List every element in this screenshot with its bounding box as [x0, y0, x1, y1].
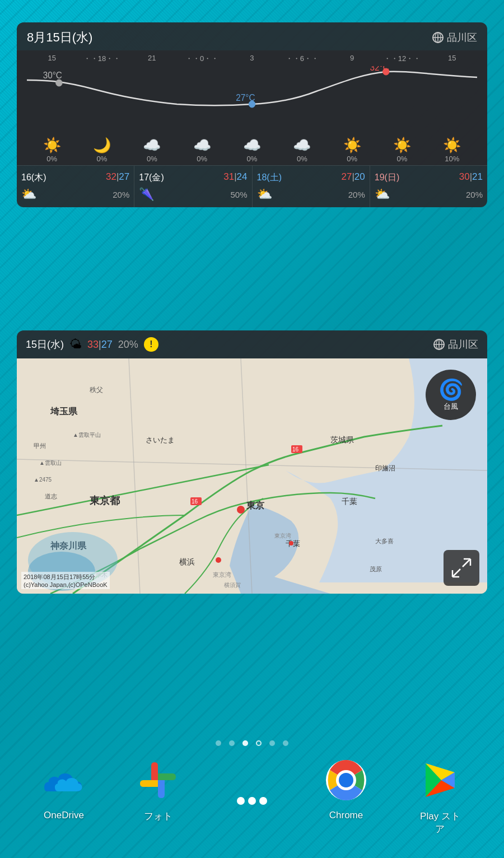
map-expand-button[interactable] — [444, 550, 479, 586]
widget1-location: 品川区 — [432, 31, 477, 44]
hour-7: ・・12・・ — [377, 54, 427, 64]
svg-text:埼玉県: 埼玉県 — [50, 407, 78, 416]
svg-text:秩父: 秩父 — [90, 386, 103, 394]
dot-2 — [248, 797, 256, 805]
day-thu-temps: 32|27 — [106, 171, 129, 183]
hour-8: 15 — [427, 54, 477, 64]
svg-text:東京: 東京 — [246, 500, 265, 510]
map-container[interactable]: 埼玉県 東京都 神奈川県 茨城県 千葉 印旛沼 東京 横浜 さいたま 千葉 秩父… — [17, 358, 487, 594]
widget2-location-text: 品川区 — [448, 338, 478, 351]
svg-text:東京湾: 東京湾 — [213, 571, 231, 578]
map-timestamp: 2018年08月15日17時55分 (c)Yahoo Japan,(c)OPeN… — [21, 572, 110, 589]
dots-row-1 — [237, 797, 267, 805]
onedrive-icon — [39, 755, 89, 805]
svg-text:横須賀: 横須賀 — [224, 582, 241, 588]
rain-7: 0% — [397, 155, 408, 163]
svg-text:▲2475: ▲2475 — [34, 477, 52, 483]
typhoon-badge: 🌀 台風 — [426, 370, 476, 420]
day-sun-icon: ⛅ — [375, 187, 390, 202]
weather-icon-4: ☁️ — [243, 138, 261, 152]
day-thu-icon-rain: ⛅ 20% — [21, 187, 129, 202]
multiday-forecast: 16(木) 32|27 ⛅ 20% 17(金) 31|24 🌂 50% — [17, 165, 487, 207]
widget1-date: 8月15日(水) — [27, 29, 92, 46]
weather-icon-3: ☁️ — [193, 138, 211, 152]
forecast-sat: 18(土) 27|20 ⛅ 20% — [253, 166, 370, 207]
day-fri-temps: 31|24 — [223, 171, 247, 183]
svg-line-53 — [463, 559, 470, 567]
app-drawer-button[interactable] — [213, 755, 291, 836]
widget2-low: 27 — [101, 339, 113, 350]
dot-3 — [259, 797, 267, 805]
hour-labels: 15 ・・18・・ 21 ・・0・・ 3 ・・6・・ 9 ・・12・・ 15 — [22, 50, 482, 66]
svg-text:印旛沼: 印旛沼 — [375, 464, 395, 472]
photos-svg — [136, 758, 180, 803]
page-indicators — [216, 740, 288, 746]
photos-label: フォト — [144, 810, 172, 823]
rain-0: 0% — [46, 155, 57, 163]
rain-6: 0% — [347, 155, 357, 163]
svg-text:大多喜: 大多喜 — [375, 538, 394, 544]
play-store-icon — [415, 755, 465, 805]
weather-widget-1[interactable]: 8月15日(水) 品川区 15 ・・18・・ 21 ・・0・・ 3 ・・6・・ … — [17, 22, 487, 207]
svg-text:東京湾: 東京湾 — [274, 533, 291, 539]
page-dot-5 — [283, 740, 288, 746]
rain-4: 0% — [247, 155, 258, 163]
svg-text:32°C: 32°C — [370, 66, 389, 72]
day-sun-icon-rain: ⛅ 20% — [375, 187, 483, 202]
svg-line-56 — [453, 569, 460, 576]
widget2-location: 品川区 — [433, 338, 478, 351]
app-photos[interactable]: フォト — [119, 755, 197, 836]
hourly-item-3: ☁️ 0% — [177, 138, 227, 163]
hour-4: 3 — [227, 54, 277, 64]
rain-1: 0% — [97, 155, 108, 163]
apps-grid-icon — [231, 791, 273, 810]
day-sat-rain: 20% — [348, 190, 365, 199]
onedrive-label: OneDrive — [44, 810, 84, 821]
svg-text:道志: 道志 — [45, 493, 57, 500]
weather-icon-0: ☀️ — [43, 138, 61, 152]
hourly-item-7: ☀️ 0% — [377, 138, 427, 163]
temp-curve: 30°C 27°C 32°C — [22, 66, 482, 133]
day-sun-temps: 30|21 — [459, 171, 483, 183]
day-thu-name: 16(木) — [21, 172, 46, 184]
play-store-label: Play スト ア — [420, 810, 460, 836]
day-sat-icon: ⛅ — [257, 187, 272, 202]
app-chrome[interactable]: Chrome — [307, 755, 385, 836]
weather-widget-2[interactable]: 15日(水) 🌤 33|27 20% ! 品川区 — [17, 330, 487, 594]
expand-icon — [450, 557, 473, 579]
day-fri-rain: 50% — [230, 190, 247, 199]
app-onedrive[interactable]: OneDrive — [25, 755, 103, 836]
svg-text:茨城県: 茨城県 — [330, 435, 354, 444]
dock-apps-row: OneDrive フォト — [0, 755, 504, 836]
svg-text:16: 16 — [292, 446, 299, 453]
location-icon — [432, 32, 444, 43]
hour-0: 15 — [27, 54, 77, 64]
page-dot-2 — [229, 740, 235, 746]
page-dot-4 — [269, 740, 275, 746]
widget2-cloud-icon: 🌤 — [69, 337, 82, 352]
hourly-item-2: ☁️ 0% — [127, 138, 177, 163]
svg-text:30°C: 30°C — [43, 71, 62, 80]
hour-2: 21 — [127, 54, 177, 64]
rain-5: 0% — [297, 155, 307, 163]
hour-3: ・・0・・ — [177, 54, 227, 64]
location-icon-2 — [433, 339, 445, 350]
chrome-label: Chrome — [329, 810, 363, 821]
day-fri-icon-rain: 🌂 50% — [139, 187, 247, 202]
app-play-store[interactable]: Play スト ア — [401, 755, 479, 836]
svg-text:27°C: 27°C — [236, 93, 255, 102]
day-thu-rain: 20% — [113, 190, 129, 199]
day-sat-icon-rain: ⛅ 20% — [257, 187, 365, 202]
widget1-header: 8月15日(水) 品川区 — [17, 22, 487, 50]
temp-curve-svg: 30°C 27°C 32°C — [27, 66, 477, 133]
hourly-item-5: ☁️ 0% — [277, 138, 327, 163]
widget2-rain: 20% — [118, 339, 138, 351]
photos-icon — [133, 755, 183, 805]
widget1-location-text: 品川区 — [447, 31, 477, 44]
day-thu-icon: ⛅ — [21, 187, 36, 202]
rain-3: 0% — [197, 155, 207, 163]
hourly-section: 15 ・・18・・ 21 ・・0・・ 3 ・・6・・ 9 ・・12・・ 15 — [17, 50, 487, 165]
rain-2: 0% — [147, 155, 157, 163]
day-fri-name: 17(金) — [139, 172, 164, 184]
day-sat-name: 18(土) — [257, 172, 282, 184]
